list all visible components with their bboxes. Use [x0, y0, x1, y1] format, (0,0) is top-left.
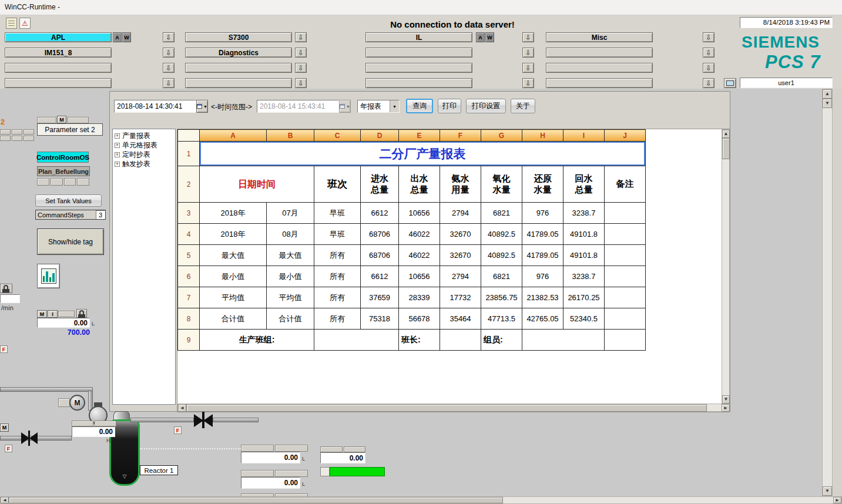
nav-dropdown-button[interactable]: ⇩ [703, 78, 714, 88]
header-cell[interactable]: 进水 总量 [361, 166, 399, 203]
nav-dropdown-button[interactable]: ⇩ [163, 48, 175, 58]
start-time-dropdown-button[interactable]: ▼ [196, 100, 208, 113]
query-button[interactable]: 查询 [406, 99, 433, 113]
nav-button-empty[interactable] [185, 63, 292, 73]
sheet-cell[interactable]: 41789.05 [522, 224, 563, 245]
footer-cell[interactable] [605, 330, 646, 351]
nav-w-button[interactable]: W [122, 32, 131, 42]
footer-cell[interactable]: 组员: [481, 330, 522, 351]
row-number[interactable]: 3 [178, 203, 200, 224]
footer-cell[interactable] [522, 330, 605, 351]
sheet-cell[interactable]: 所有 [314, 266, 361, 287]
scrollbar-thumb[interactable] [186, 404, 707, 412]
sheet-cell[interactable]: 3238.7 [563, 203, 605, 224]
tree-item-scheduled-report[interactable]: 定时抄表 [113, 150, 175, 159]
sheet-cell[interactable]: 21382.53 [522, 287, 563, 308]
nav-button-apl[interactable]: APL [5, 32, 112, 42]
sheet-cell[interactable]: 合计值 [267, 308, 314, 330]
nav-button-empty[interactable] [5, 63, 112, 73]
header-cell[interactable]: 氧化 水量 [481, 166, 522, 203]
nav-button-empty[interactable] [546, 78, 653, 88]
nav-dropdown-button[interactable]: ⇩ [522, 48, 534, 58]
header-cell[interactable]: 出水 总量 [399, 166, 440, 203]
motor-symbol[interactable]: M [69, 395, 85, 411]
column-header[interactable]: E [399, 130, 440, 142]
scroll-right-button[interactable]: ► [722, 404, 730, 412]
manual-mode-button[interactable]: M [57, 116, 66, 123]
footer-cell[interactable] [314, 330, 399, 351]
sheet-cell[interactable]: 08月 [267, 224, 314, 245]
footer-cell[interactable]: 生产班组: [200, 330, 314, 351]
sheet-cell[interactable]: 所有 [314, 245, 361, 266]
about-button[interactable]: 关于 [511, 99, 535, 113]
column-header[interactable]: F [440, 130, 481, 142]
main-vertical-scrollbar[interactable]: ▲ ▼ ▼ [822, 89, 833, 496]
sheet-cell[interactable]: 3238.7 [563, 266, 605, 287]
nav-dropdown-button[interactable]: ⇩ [703, 32, 714, 42]
sheet-cell[interactable]: 10656 [399, 203, 440, 224]
tree-item-triggered-report[interactable]: 触发抄表 [113, 159, 175, 169]
nav-button-empty[interactable] [365, 48, 472, 58]
sheet-cell[interactable]: 2794 [440, 266, 481, 287]
nav-button-diagnostics[interactable]: Diagnostics [185, 48, 292, 58]
expand-icon[interactable] [115, 152, 120, 157]
row-number[interactable]: 7 [178, 287, 200, 308]
sheet-cell[interactable]: 46022 [399, 245, 440, 266]
sheet-cell[interactable]: 所有 [314, 308, 361, 330]
scroll-up-button[interactable]: ▲ [722, 130, 730, 138]
scroll-left-button[interactable]: ◄ [1, 497, 9, 503]
tree-item-production-report[interactable]: 产量报表 [113, 131, 175, 140]
scroll-down-button[interactable]: ▼ [823, 99, 832, 108]
scroll-up-button[interactable]: ▲ [823, 89, 832, 99]
sheet-cell[interactable]: 2018年 [200, 203, 267, 224]
expand-icon[interactable] [115, 143, 120, 148]
column-header[interactable]: J [605, 130, 646, 142]
sheet-cell[interactable]: 合计值 [200, 308, 267, 330]
sheet-cell[interactable]: 早班 [314, 224, 361, 245]
nav-button-empty[interactable] [365, 63, 472, 73]
sheet-cell[interactable]: 6612 [361, 266, 399, 287]
row-number[interactable]: 4 [178, 224, 200, 245]
row-number[interactable]: 5 [178, 245, 200, 266]
nav-button-il[interactable]: IL [365, 32, 472, 42]
nav-dropdown-button[interactable]: ⇩ [703, 63, 714, 73]
row-number[interactable]: 9 [178, 330, 200, 351]
scroll-down-button[interactable]: ▼ [823, 486, 832, 496]
sheet-cell[interactable]: 68706 [361, 224, 399, 245]
column-header[interactable]: I [563, 130, 605, 142]
sheet-vertical-scrollbar[interactable]: ▲ ▼ [722, 129, 730, 404]
sheet-cell[interactable]: 07月 [267, 203, 314, 224]
scroll-down-button[interactable]: ▼ [722, 395, 730, 404]
sheet-cell[interactable]: 35464 [440, 308, 481, 330]
valve-icon[interactable] [203, 414, 213, 427]
main-horizontal-scrollbar[interactable]: ◄ ► [0, 496, 842, 504]
sheet-cell[interactable] [605, 224, 646, 245]
internal-mode-button[interactable]: I [48, 310, 58, 318]
sheet-title-cell[interactable]: 二分厂产量报表 [200, 142, 646, 166]
row-number[interactable]: 2 [178, 166, 200, 203]
report-icon[interactable] [6, 18, 17, 29]
sheet-cell[interactable]: 所有 [314, 287, 361, 308]
sheet-cell[interactable]: 平均值 [200, 287, 267, 308]
sheet-cell[interactable]: 最大值 [267, 245, 314, 266]
sheet-cell[interactable]: 6612 [361, 203, 399, 224]
sheet-cell[interactable]: 42765.05 [522, 308, 563, 330]
nav-button-empty[interactable] [365, 78, 472, 88]
nav-dropdown-button[interactable]: ⇩ [295, 32, 307, 42]
footer-cell[interactable]: 班长: [399, 330, 440, 351]
sheet-cell[interactable] [605, 203, 646, 224]
header-cell[interactable]: 氨水 用量 [440, 166, 481, 203]
footer-cell[interactable] [440, 330, 481, 351]
row-number[interactable]: 6 [178, 266, 200, 287]
sheet-cell[interactable]: 10656 [399, 266, 440, 287]
scrollbar-thumb[interactable] [9, 497, 503, 503]
sheet-cell[interactable] [605, 308, 646, 330]
nav-dropdown-button[interactable]: ⇩ [295, 78, 307, 88]
column-header[interactable]: G [481, 130, 522, 142]
print-button[interactable]: 打印 [438, 99, 461, 113]
sheet-cell[interactable]: 68706 [361, 245, 399, 266]
scroll-right-button[interactable]: ► [833, 497, 841, 503]
sheet-cell[interactable] [605, 266, 646, 287]
start-time-picker[interactable]: 2018-08-14 14:30:41 [114, 100, 196, 113]
tree-item-cell-report[interactable]: 单元格报表 [113, 140, 175, 150]
